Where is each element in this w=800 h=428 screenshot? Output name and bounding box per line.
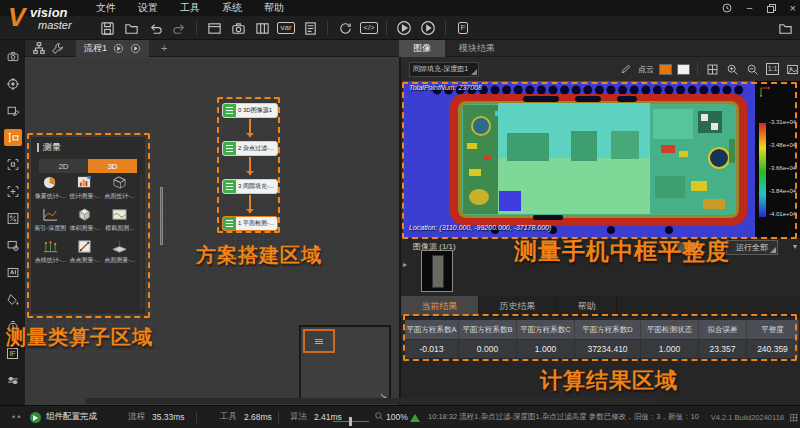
hierarchy-icon[interactable]	[30, 40, 48, 56]
image-source-select[interactable]: 间隙填充-深度图1	[409, 62, 479, 77]
camera-tool-icon[interactable]	[4, 48, 22, 65]
close-button[interactable]: ×	[790, 1, 796, 15]
image-view-icon[interactable]	[785, 62, 800, 77]
node-noise-filter[interactable]: 2 杂点过滤-...	[222, 141, 278, 156]
tab-3d[interactable]: 3D	[88, 159, 137, 173]
node-plane-detect[interactable]: 1 平面检测-...	[222, 216, 278, 231]
calibration-target-icon[interactable]	[4, 75, 22, 92]
curve-icon	[42, 207, 59, 222]
minimap-viewport[interactable]	[303, 329, 335, 353]
frame-f-icon[interactable]: F	[454, 20, 472, 36]
image-edit-icon[interactable]	[4, 102, 22, 119]
flow-run-loop-icon[interactable]	[130, 43, 141, 54]
zoom-slider[interactable]	[333, 421, 369, 422]
continuous-run-toggle[interactable]	[677, 242, 697, 253]
module-list-icon[interactable]	[253, 20, 271, 36]
source-thumbnail[interactable]	[421, 250, 453, 292]
zoom-in-icon[interactable]	[725, 62, 740, 77]
expander-icon[interactable]: ▸	[403, 260, 407, 269]
tab-flow1[interactable]: 流程1	[76, 40, 149, 57]
text-recognition-icon[interactable]	[4, 264, 22, 281]
tab-current-result[interactable]: 当前结果	[401, 296, 479, 316]
status-message[interactable]: 10:18:32 流程1.杂点过滤-深度图1.杂点过滤高度 参数已修改，旧值：3…	[428, 412, 699, 422]
operator-point-surface-stats[interactable]: 点面统计-...	[102, 175, 137, 201]
col-fit-error: 拟合误差	[699, 320, 747, 339]
main-toolbar: var </> F	[0, 16, 800, 40]
communication-icon[interactable]	[4, 372, 22, 389]
clock-icon[interactable]	[722, 0, 732, 17]
run-all-button[interactable]: 运行全部	[726, 240, 778, 255]
node-icon	[223, 216, 236, 231]
minimap[interactable]: ↘	[299, 325, 391, 403]
operator-pixel-stats[interactable]: 像素统计-...	[33, 175, 68, 201]
restore-button[interactable]	[767, 0, 776, 17]
operator-point-point-measure[interactable]: 点点测量-...	[68, 239, 103, 265]
locate-focus-icon[interactable]	[4, 156, 22, 173]
tab-history-result[interactable]: 历史结果	[479, 296, 557, 316]
menu-system[interactable]: 系统	[222, 1, 242, 15]
operator-volume-measure[interactable]: 体积测量-...	[68, 207, 103, 233]
zoom-magnifier-icon[interactable]	[374, 411, 384, 423]
one-to-one-icon[interactable]: 1:1	[765, 62, 780, 77]
page-icon[interactable]	[301, 20, 319, 36]
image-settings-icon[interactable]	[4, 237, 22, 254]
operator-stat-measure[interactable]: 统计测量-...	[68, 175, 103, 201]
menu-file[interactable]: 文件	[96, 1, 116, 15]
node-gap-fill[interactable]: 3 间隙填充-...	[222, 179, 278, 194]
grid-corner-icon[interactable]	[790, 414, 798, 422]
measure-tool-icon[interactable]	[4, 129, 22, 146]
menu-tools[interactable]: 工具	[180, 1, 200, 15]
run-continuous-icon[interactable]	[419, 20, 437, 36]
sync-icon[interactable]	[336, 20, 354, 36]
horizontal-scrollbar[interactable]	[85, 398, 655, 404]
code-icon[interactable]: </>	[360, 20, 378, 36]
operator-point-line-stats[interactable]: 点线统计-...	[33, 239, 68, 265]
image-source-row: ▸ 图像源 (1/1) 运行全部 ▾	[401, 238, 800, 296]
operator-cross-section[interactable]: 横截面测...	[102, 207, 137, 233]
depth-map-image	[403, 81, 755, 238]
menu-settings[interactable]: 设置	[138, 1, 158, 15]
table-data-row[interactable]: -0.013 0.000 1.000 37234.410 1.000 23.35…	[405, 339, 799, 358]
flow-canvas[interactable]: 测量 2D 3D 像素统计-... 统计测量-... 点面统计-...	[25, 57, 399, 405]
zoom-out-icon[interactable]	[745, 62, 760, 77]
fit-view-icon[interactable]	[705, 62, 720, 77]
depth-image-view[interactable]: -3.31e+04 -3.48e+04 -3.66e+04 -3.84e+04 …	[403, 81, 800, 238]
run-icon[interactable]	[395, 20, 413, 36]
tab-2d[interactable]: 2D	[39, 159, 88, 173]
folder-right-icon[interactable]	[776, 20, 794, 36]
save-icon[interactable]	[98, 20, 116, 36]
undo-icon[interactable]	[146, 20, 164, 36]
new-window-icon[interactable]	[205, 20, 223, 36]
transform-icon[interactable]	[4, 183, 22, 200]
flow-run-icon[interactable]	[113, 43, 124, 54]
redo-icon[interactable]	[170, 20, 188, 36]
tab-module-result[interactable]: 模块结果	[445, 40, 509, 57]
add-flow-button[interactable]: +	[161, 42, 167, 54]
variable-icon[interactable]: var	[277, 20, 295, 36]
camera-icon[interactable]	[229, 20, 247, 36]
menu-help[interactable]: 帮助	[264, 1, 284, 15]
pencil-icon[interactable]	[618, 62, 633, 77]
open-folder-icon[interactable]	[122, 20, 140, 36]
color-fill-icon[interactable]	[4, 291, 22, 308]
toolbar-separator	[196, 21, 197, 35]
node-icon	[223, 141, 236, 156]
node-3d-image-source[interactable]: 0 3D图像源1	[222, 103, 278, 118]
math-percent-icon[interactable]	[4, 210, 22, 227]
operator-scrollbar[interactable]	[140, 175, 143, 309]
timer-icon[interactable]	[4, 318, 22, 335]
minimize-button[interactable]: −	[746, 1, 752, 15]
tab-help[interactable]: 帮助	[557, 296, 617, 316]
status-dots[interactable]: ••	[12, 412, 22, 422]
operator-index-depthmap[interactable]: 索引-深度图	[33, 207, 68, 233]
wrench-icon[interactable]	[48, 40, 66, 56]
logic-if-icon[interactable]: IF	[4, 345, 22, 362]
tab-image[interactable]: 图像	[399, 40, 445, 57]
color-swatch-white[interactable]	[677, 64, 690, 75]
operator-point-plane-measure[interactable]: 点面测量-...	[102, 239, 137, 265]
col-flatness: 平整度	[747, 320, 799, 339]
diagonal-measure-icon	[76, 239, 93, 254]
color-swatch-orange[interactable]	[659, 64, 672, 75]
flow-time-label: 流程	[128, 411, 145, 423]
chevron-down-icon[interactable]: ▾	[793, 242, 797, 251]
